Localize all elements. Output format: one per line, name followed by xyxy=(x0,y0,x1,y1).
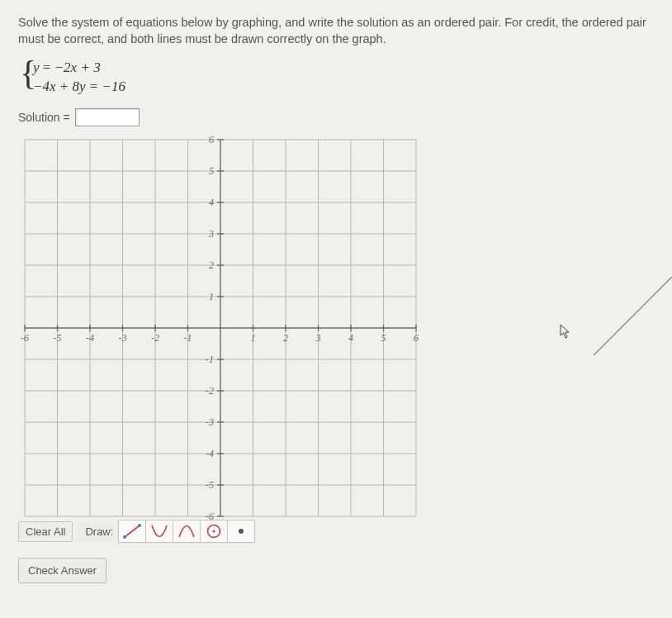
svg-text:2: 2 xyxy=(283,332,288,344)
svg-text:5: 5 xyxy=(209,165,214,177)
svg-text:-5: -5 xyxy=(206,479,214,491)
svg-text:1: 1 xyxy=(209,291,214,302)
svg-text:1: 1 xyxy=(251,332,256,344)
graph-svg[interactable]: -6-5-4-3-2-1123456-6-5-4-3-2-1123456 xyxy=(18,135,423,521)
svg-text:-4: -4 xyxy=(86,332,94,344)
svg-text:-5: -5 xyxy=(54,332,62,344)
line-segment-icon xyxy=(122,523,142,540)
left-brace: { xyxy=(20,55,36,90)
draw-label: Draw: xyxy=(78,521,119,542)
decorative-diagonal-line xyxy=(594,277,672,355)
equation-2: −4x + 8y = −16 xyxy=(33,78,654,97)
svg-point-79 xyxy=(239,529,244,534)
point-icon xyxy=(231,523,251,540)
tool-down-parabola-button[interactable] xyxy=(173,520,201,543)
svg-text:-2: -2 xyxy=(151,332,159,344)
solution-row: Solution = xyxy=(18,108,654,126)
svg-text:2: 2 xyxy=(209,259,214,271)
svg-text:4: 4 xyxy=(348,332,353,344)
svg-text:-3: -3 xyxy=(206,416,214,428)
svg-point-78 xyxy=(213,530,215,533)
solution-label: Solution = xyxy=(18,111,70,124)
up-parabola-icon xyxy=(149,523,169,540)
svg-text:-3: -3 xyxy=(119,332,127,344)
svg-text:4: 4 xyxy=(209,197,214,208)
instructions-text: Solve the system of equations below by g… xyxy=(18,15,654,47)
solution-input[interactable] xyxy=(75,108,140,126)
svg-point-76 xyxy=(138,524,141,527)
svg-text:6: 6 xyxy=(414,332,419,344)
svg-point-75 xyxy=(123,535,126,539)
coordinate-graph[interactable]: -6-5-4-3-2-1123456-6-5-4-3-2-1123456 xyxy=(18,135,423,521)
check-answer-button[interactable]: Check Answer xyxy=(18,558,106,583)
tool-circle-button[interactable] xyxy=(200,520,228,543)
svg-line-74 xyxy=(125,525,140,537)
down-parabola-icon xyxy=(177,523,196,540)
svg-text:3: 3 xyxy=(315,332,321,344)
svg-text:3: 3 xyxy=(208,228,214,240)
tool-point-button[interactable] xyxy=(227,520,255,543)
cursor-icon xyxy=(560,324,571,339)
tool-line-button[interactable] xyxy=(118,520,146,543)
svg-text:-4: -4 xyxy=(206,448,214,459)
svg-text:-6: -6 xyxy=(21,332,29,344)
svg-text:-1: -1 xyxy=(184,332,192,344)
svg-text:-1: -1 xyxy=(206,354,214,365)
equation-1: y = −2x + 3 xyxy=(33,59,654,78)
svg-text:-2: -2 xyxy=(206,385,214,397)
svg-line-80 xyxy=(594,277,672,355)
tool-up-parabola-button[interactable] xyxy=(145,520,173,543)
draw-toolbar: Clear All Draw: xyxy=(18,520,654,543)
svg-text:6: 6 xyxy=(209,135,214,145)
clear-all-button[interactable]: Clear All xyxy=(18,521,73,542)
svg-text:-6: -6 xyxy=(206,511,214,521)
circle-icon xyxy=(204,523,224,540)
system-of-equations: { y = −2x + 3 −4x + 8y = −16 xyxy=(18,59,654,97)
axes xyxy=(25,140,416,516)
svg-text:5: 5 xyxy=(381,332,386,344)
